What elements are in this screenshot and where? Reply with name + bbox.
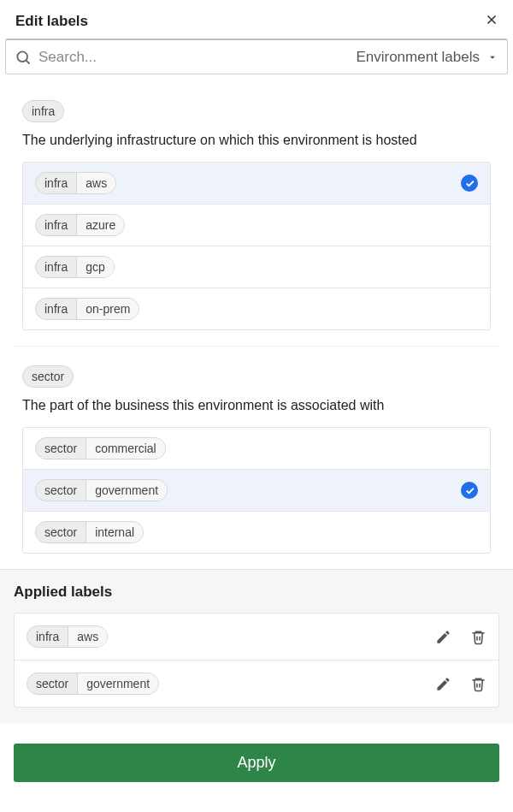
- apply-button[interactable]: Apply: [14, 744, 499, 782]
- content: infra The underlying infrastructure on w…: [0, 81, 513, 569]
- applied-actions: [435, 629, 486, 645]
- check-icon: [461, 175, 478, 192]
- option-row[interactable]: sector internal: [23, 512, 490, 553]
- applied-section: Applied labels infra aws sector governme…: [0, 569, 513, 723]
- dialog-header: Edit labels: [0, 0, 513, 39]
- search-icon: [15, 49, 32, 66]
- pill-key: infra: [27, 626, 68, 647]
- applied-pill: sector government: [27, 673, 159, 695]
- pill-value: internal: [86, 522, 143, 542]
- option-list: sector commercial sector government sect…: [22, 427, 491, 554]
- option-pill: infra azure: [35, 214, 125, 236]
- pill-key: sector: [36, 522, 86, 542]
- edit-icon[interactable]: [435, 629, 451, 645]
- pill-key: sector: [36, 438, 86, 459]
- footer: Apply: [0, 723, 513, 796]
- pill-key: infra: [36, 173, 76, 193]
- option-pill: sector internal: [35, 521, 144, 543]
- filter-select[interactable]: Environment labels: [356, 49, 498, 66]
- delete-icon[interactable]: [470, 629, 486, 645]
- label-group-infra: infra The underlying infrastructure on w…: [14, 81, 499, 347]
- pill-value: aws: [68, 626, 107, 647]
- option-list: infra aws infra azure infra gcp: [22, 162, 491, 330]
- option-row[interactable]: infra gcp: [23, 246, 490, 288]
- pill-value: gcp: [76, 257, 114, 277]
- option-pill: infra on-prem: [35, 298, 139, 320]
- pill-value: government: [86, 480, 167, 501]
- applied-pill: infra aws: [27, 625, 108, 648]
- search-bar: Environment labels: [5, 39, 508, 74]
- pill-key: infra: [36, 257, 76, 277]
- group-description: The part of the business this environmen…: [22, 398, 491, 413]
- applied-list: infra aws sector government: [14, 613, 499, 708]
- option-pill: sector commercial: [35, 437, 166, 459]
- option-row[interactable]: infra azure: [23, 204, 490, 246]
- pill-value: azure: [76, 215, 124, 235]
- check-icon: [461, 482, 478, 499]
- label-group-sector: sector The part of the business this env…: [14, 347, 499, 569]
- applied-title: Applied labels: [14, 584, 499, 601]
- group-description: The underlying infrastructure on which t…: [22, 133, 491, 148]
- group-key-pill: sector: [22, 365, 74, 388]
- pill-value: aws: [76, 173, 115, 193]
- applied-row: infra aws: [15, 613, 498, 661]
- pill-key: infra: [23, 101, 63, 122]
- option-pill: sector government: [35, 479, 168, 501]
- option-pill: infra gcp: [35, 256, 115, 278]
- applied-row: sector government: [15, 661, 498, 707]
- pill-value: on-prem: [76, 299, 139, 319]
- search-input[interactable]: [38, 49, 356, 66]
- option-row[interactable]: infra on-prem: [23, 288, 490, 329]
- dialog-title: Edit labels: [15, 13, 88, 30]
- pill-key: infra: [36, 299, 76, 319]
- edit-icon[interactable]: [435, 676, 451, 692]
- pill-value: commercial: [86, 438, 165, 459]
- option-row[interactable]: sector commercial: [23, 428, 490, 470]
- option-row[interactable]: sector government: [23, 470, 490, 512]
- svg-point-0: [17, 51, 27, 62]
- filter-select-label: Environment labels: [356, 49, 480, 66]
- delete-icon[interactable]: [470, 676, 486, 692]
- pill-value: government: [77, 673, 158, 694]
- group-key-pill: infra: [22, 100, 64, 122]
- pill-key: sector: [23, 366, 73, 387]
- option-row[interactable]: infra aws: [23, 163, 490, 204]
- close-icon[interactable]: [484, 12, 499, 30]
- pill-key: sector: [27, 673, 77, 694]
- applied-actions: [435, 676, 486, 692]
- chevron-down-icon: [486, 51, 498, 63]
- option-pill: infra aws: [35, 172, 116, 194]
- pill-key: sector: [36, 480, 86, 501]
- pill-key: infra: [36, 215, 76, 235]
